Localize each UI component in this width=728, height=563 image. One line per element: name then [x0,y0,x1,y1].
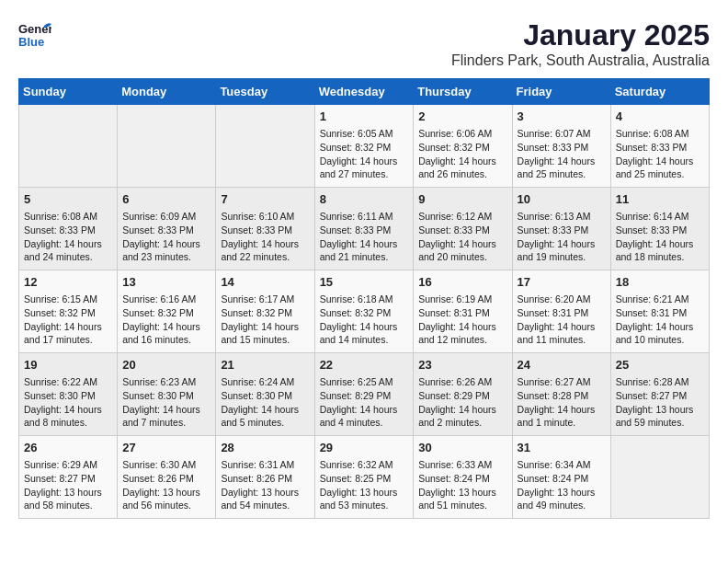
day-number: 3 [518,109,606,125]
sunset-text: Sunset: 8:33 PM [221,224,309,237]
sunset-text: Sunset: 8:24 PM [418,472,506,486]
sunrise-text: Sunrise: 6:11 AM [320,210,409,224]
calendar-cell: 16Sunrise: 6:19 AMSunset: 8:31 PMDayligh… [414,270,512,353]
daylight-text: Daylight: 14 hours and 23 minutes. [122,237,210,264]
svg-text:Blue: Blue [18,35,44,49]
sunrise-text: Sunrise: 6:27 AM [518,375,606,389]
calendar-cell: 4Sunrise: 6:08 AMSunset: 8:33 PMDaylight… [610,105,709,188]
sunrise-text: Sunrise: 6:33 AM [418,458,506,472]
sunset-text: Sunset: 8:25 PM [320,472,409,486]
col-wednesday: Wednesday [314,79,414,105]
sunset-text: Sunset: 8:32 PM [418,141,506,155]
sunrise-text: Sunrise: 6:16 AM [122,293,210,306]
calendar-week-row: 1Sunrise: 6:05 AMSunset: 8:32 PMDaylight… [19,105,710,188]
day-number: 5 [24,191,112,208]
calendar-cell: 18Sunrise: 6:21 AMSunset: 8:31 PMDayligh… [610,270,709,353]
calendar-cell: 6Sunrise: 6:09 AMSunset: 8:33 PMDaylight… [118,188,216,270]
calendar-cell: 25Sunrise: 6:28 AMSunset: 8:27 PMDayligh… [610,353,709,436]
sunrise-text: Sunrise: 6:08 AM [616,127,704,141]
daylight-text: Daylight: 14 hours and 27 minutes. [320,155,409,181]
sunrise-text: Sunrise: 6:22 AM [24,375,112,389]
calendar-cell: 15Sunrise: 6:18 AMSunset: 8:32 PMDayligh… [314,270,414,353]
daylight-text: Daylight: 14 hours and 17 minutes. [24,320,112,347]
col-saturday: Saturday [610,79,709,105]
day-number: 17 [518,274,606,291]
sunrise-text: Sunrise: 6:09 AM [122,210,210,224]
sunrise-text: Sunrise: 6:23 AM [122,375,210,389]
daylight-text: Daylight: 13 hours and 49 minutes. [518,486,606,512]
daylight-text: Daylight: 14 hours and 8 minutes. [24,403,112,430]
sunset-text: Sunset: 8:32 PM [320,306,409,320]
logo: General Blue [18,18,51,52]
sunset-text: Sunset: 8:27 PM [24,472,112,486]
daylight-text: Daylight: 14 hours and 16 minutes. [122,320,210,347]
day-number: 6 [122,191,210,208]
day-number: 18 [616,274,704,291]
calendar-cell: 20Sunrise: 6:23 AMSunset: 8:30 PMDayligh… [118,353,216,436]
daylight-text: Daylight: 14 hours and 15 minutes. [221,320,309,347]
daylight-text: Daylight: 14 hours and 20 minutes. [418,237,506,264]
sunset-text: Sunset: 8:32 PM [320,141,409,155]
daylight-text: Daylight: 14 hours and 11 minutes. [518,320,606,347]
calendar-cell: 13Sunrise: 6:16 AMSunset: 8:32 PMDayligh… [118,270,216,353]
sunset-text: Sunset: 8:32 PM [122,306,210,320]
calendar-cell: 14Sunrise: 6:17 AMSunset: 8:32 PMDayligh… [216,270,314,353]
calendar-cell: 21Sunrise: 6:24 AMSunset: 8:30 PMDayligh… [216,353,314,436]
daylight-text: Daylight: 14 hours and 25 minutes. [518,155,606,181]
sunrise-text: Sunrise: 6:12 AM [418,210,506,224]
day-number: 22 [320,357,409,373]
page-header: General Blue January 2025 Flinders Park,… [18,18,710,69]
day-number: 15 [320,274,409,291]
calendar-cell: 9Sunrise: 6:12 AMSunset: 8:33 PMDaylight… [414,188,512,270]
calendar-cell: 5Sunrise: 6:08 AMSunset: 8:33 PMDaylight… [19,188,118,270]
day-number: 2 [418,109,506,125]
calendar-cell: 8Sunrise: 6:11 AMSunset: 8:33 PMDaylight… [314,188,414,270]
calendar-cell: 22Sunrise: 6:25 AMSunset: 8:29 PMDayligh… [314,353,414,436]
sunrise-text: Sunrise: 6:20 AM [518,293,606,306]
calendar-cell: 27Sunrise: 6:30 AMSunset: 8:26 PMDayligh… [118,436,216,519]
sunset-text: Sunset: 8:30 PM [122,389,210,403]
day-number: 26 [24,440,112,456]
daylight-text: Daylight: 14 hours and 26 minutes. [418,155,506,181]
sunset-text: Sunset: 8:31 PM [418,306,506,320]
sunset-text: Sunset: 8:33 PM [418,224,506,237]
sunrise-text: Sunrise: 6:15 AM [24,293,112,306]
calendar-header-row: Sunday Monday Tuesday Wednesday Thursday… [19,79,710,105]
sunset-text: Sunset: 8:32 PM [24,306,112,320]
calendar-cell: 23Sunrise: 6:26 AMSunset: 8:29 PMDayligh… [414,353,512,436]
daylight-text: Daylight: 14 hours and 25 minutes. [616,155,704,181]
calendar-cell: 31Sunrise: 6:34 AMSunset: 8:24 PMDayligh… [512,436,610,519]
calendar-week-row: 26Sunrise: 6:29 AMSunset: 8:27 PMDayligh… [19,436,710,519]
daylight-text: Daylight: 14 hours and 21 minutes. [320,237,409,264]
sunset-text: Sunset: 8:30 PM [221,389,309,403]
col-thursday: Thursday [414,79,512,105]
sunrise-text: Sunrise: 6:29 AM [24,458,112,472]
day-number: 4 [616,109,704,125]
calendar-cell [118,105,216,188]
sunrise-text: Sunrise: 6:18 AM [320,293,409,306]
calendar-cell: 26Sunrise: 6:29 AMSunset: 8:27 PMDayligh… [19,436,118,519]
daylight-text: Daylight: 14 hours and 19 minutes. [518,237,606,264]
sunset-text: Sunset: 8:29 PM [418,389,506,403]
calendar-cell: 10Sunrise: 6:13 AMSunset: 8:33 PMDayligh… [512,188,610,270]
daylight-text: Daylight: 13 hours and 53 minutes. [320,486,409,512]
calendar-cell: 3Sunrise: 6:07 AMSunset: 8:33 PMDaylight… [512,105,610,188]
calendar-cell: 29Sunrise: 6:32 AMSunset: 8:25 PMDayligh… [314,436,414,519]
sunrise-text: Sunrise: 6:14 AM [616,210,704,224]
day-number: 20 [122,357,210,373]
day-number: 11 [616,191,704,208]
daylight-text: Daylight: 14 hours and 1 minute. [518,403,606,430]
calendar-cell: 7Sunrise: 6:10 AMSunset: 8:33 PMDaylight… [216,188,314,270]
sunrise-text: Sunrise: 6:05 AM [320,127,409,141]
sunrise-text: Sunrise: 6:08 AM [24,210,112,224]
sunset-text: Sunset: 8:31 PM [616,306,704,320]
sunset-text: Sunset: 8:26 PM [221,472,309,486]
sunset-text: Sunset: 8:26 PM [122,472,210,486]
daylight-text: Daylight: 14 hours and 24 minutes. [24,237,112,264]
sunrise-text: Sunrise: 6:07 AM [518,127,606,141]
sunrise-text: Sunrise: 6:30 AM [122,458,210,472]
day-number: 28 [221,440,309,456]
sunrise-text: Sunrise: 6:17 AM [221,293,309,306]
daylight-text: Daylight: 13 hours and 51 minutes. [418,486,506,512]
sunrise-text: Sunrise: 6:13 AM [518,210,606,224]
